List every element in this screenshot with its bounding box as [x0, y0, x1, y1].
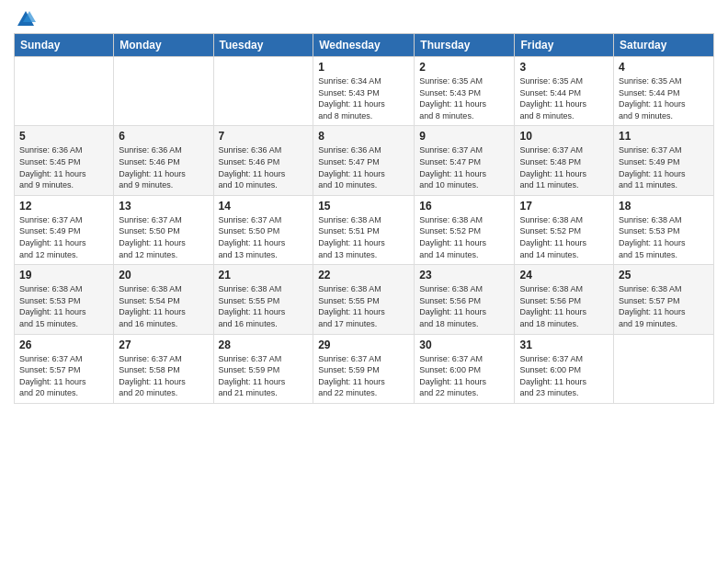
day-number: 22 [318, 269, 409, 282]
calendar-day-cell: 19Sunrise: 6:38 AMSunset: 5:53 PMDayligh… [15, 265, 114, 334]
day-info: Sunrise: 6:35 AMSunset: 5:44 PMDaylight:… [519, 75, 609, 121]
day-info: Sunrise: 6:38 AMSunset: 5:55 PMDaylight:… [318, 283, 409, 329]
day-info: Sunrise: 6:37 AMSunset: 6:00 PMDaylight:… [519, 353, 609, 399]
day-number: 11 [619, 130, 709, 143]
weekday-header: Friday [515, 34, 614, 57]
day-info: Sunrise: 6:37 AMSunset: 5:50 PMDaylight:… [119, 214, 208, 260]
day-number: 7 [219, 130, 309, 143]
calendar-day-cell: 14Sunrise: 6:37 AMSunset: 5:50 PMDayligh… [213, 195, 313, 264]
day-info: Sunrise: 6:38 AMSunset: 5:56 PMDaylight:… [519, 283, 609, 329]
day-info: Sunrise: 6:36 AMSunset: 5:46 PMDaylight:… [119, 144, 208, 190]
weekday-header: Wednesday [313, 34, 415, 57]
day-number: 10 [519, 130, 609, 143]
day-number: 29 [318, 339, 409, 351]
day-number: 31 [519, 339, 609, 351]
calendar-week-row: 5Sunrise: 6:36 AMSunset: 5:45 PMDaylight… [15, 126, 714, 195]
weekday-header: Saturday [614, 34, 714, 57]
day-info: Sunrise: 6:38 AMSunset: 5:53 PMDaylight:… [619, 214, 709, 260]
calendar-day-cell: 24Sunrise: 6:38 AMSunset: 5:56 PMDayligh… [515, 265, 614, 334]
day-number: 27 [119, 339, 208, 351]
logo-icon [16, 9, 36, 29]
day-info: Sunrise: 6:38 AMSunset: 5:55 PMDaylight:… [219, 283, 309, 329]
calendar-day-cell: 21Sunrise: 6:38 AMSunset: 5:55 PMDayligh… [213, 265, 313, 334]
calendar-week-row: 1Sunrise: 6:34 AMSunset: 5:43 PMDaylight… [15, 57, 714, 126]
calendar-week-row: 26Sunrise: 6:37 AMSunset: 5:57 PMDayligh… [15, 334, 714, 403]
calendar-day-cell: 16Sunrise: 6:38 AMSunset: 5:52 PMDayligh… [415, 195, 515, 264]
day-info: Sunrise: 6:36 AMSunset: 5:45 PMDaylight:… [19, 144, 108, 190]
calendar-day-cell [15, 57, 114, 126]
day-info: Sunrise: 6:37 AMSunset: 5:57 PMDaylight:… [19, 353, 108, 399]
day-info: Sunrise: 6:38 AMSunset: 5:56 PMDaylight:… [419, 283, 509, 329]
day-info: Sunrise: 6:37 AMSunset: 5:49 PMDaylight:… [619, 144, 709, 190]
calendar-day-cell: 22Sunrise: 6:38 AMSunset: 5:55 PMDayligh… [313, 265, 415, 334]
calendar-day-cell: 27Sunrise: 6:37 AMSunset: 5:58 PMDayligh… [114, 334, 213, 403]
day-info: Sunrise: 6:35 AMSunset: 5:43 PMDaylight:… [419, 75, 509, 121]
day-info: Sunrise: 6:38 AMSunset: 5:52 PMDaylight:… [519, 214, 609, 260]
day-number: 3 [519, 61, 609, 74]
day-number: 1 [318, 61, 409, 74]
calendar-day-cell: 25Sunrise: 6:38 AMSunset: 5:57 PMDayligh… [614, 265, 714, 334]
day-info: Sunrise: 6:35 AMSunset: 5:44 PMDaylight:… [619, 75, 709, 121]
day-info: Sunrise: 6:37 AMSunset: 5:49 PMDaylight:… [19, 214, 108, 260]
calendar-day-cell [213, 57, 313, 126]
calendar-day-cell: 1Sunrise: 6:34 AMSunset: 5:43 PMDaylight… [313, 57, 415, 126]
calendar-day-cell [114, 57, 213, 126]
day-number: 15 [318, 200, 409, 213]
day-number: 13 [119, 200, 208, 213]
calendar-day-cell: 5Sunrise: 6:36 AMSunset: 5:45 PMDaylight… [15, 126, 114, 195]
day-number: 4 [619, 61, 709, 74]
calendar-day-cell: 28Sunrise: 6:37 AMSunset: 5:59 PMDayligh… [213, 334, 313, 403]
day-number: 2 [419, 61, 509, 74]
logo [14, 9, 36, 26]
day-info: Sunrise: 6:36 AMSunset: 5:47 PMDaylight:… [318, 144, 409, 190]
calendar-day-cell: 4Sunrise: 6:35 AMSunset: 5:44 PMDaylight… [614, 57, 714, 126]
calendar-day-cell: 2Sunrise: 6:35 AMSunset: 5:43 PMDaylight… [415, 57, 515, 126]
day-number: 18 [619, 200, 709, 213]
day-number: 26 [19, 339, 108, 351]
day-number: 17 [519, 200, 609, 213]
day-info: Sunrise: 6:37 AMSunset: 5:59 PMDaylight:… [318, 353, 409, 399]
day-info: Sunrise: 6:34 AMSunset: 5:43 PMDaylight:… [318, 75, 409, 121]
day-number: 24 [519, 269, 609, 282]
page-header [14, 9, 714, 26]
day-number: 9 [419, 130, 509, 143]
day-info: Sunrise: 6:37 AMSunset: 5:50 PMDaylight:… [219, 214, 309, 260]
calendar-day-cell: 26Sunrise: 6:37 AMSunset: 5:57 PMDayligh… [15, 334, 114, 403]
day-number: 5 [19, 130, 108, 143]
day-info: Sunrise: 6:38 AMSunset: 5:57 PMDaylight:… [619, 283, 709, 329]
calendar-day-cell: 29Sunrise: 6:37 AMSunset: 5:59 PMDayligh… [313, 334, 415, 403]
day-info: Sunrise: 6:38 AMSunset: 5:53 PMDaylight:… [19, 283, 108, 329]
day-number: 20 [119, 269, 208, 282]
calendar-day-cell: 30Sunrise: 6:37 AMSunset: 6:00 PMDayligh… [415, 334, 515, 403]
day-info: Sunrise: 6:37 AMSunset: 5:59 PMDaylight:… [219, 353, 309, 399]
day-info: Sunrise: 6:36 AMSunset: 5:46 PMDaylight:… [219, 144, 309, 190]
calendar-day-cell: 15Sunrise: 6:38 AMSunset: 5:51 PMDayligh… [313, 195, 415, 264]
calendar-day-cell: 6Sunrise: 6:36 AMSunset: 5:46 PMDaylight… [114, 126, 213, 195]
day-number: 30 [419, 339, 509, 351]
day-number: 6 [119, 130, 208, 143]
day-number: 28 [219, 339, 309, 351]
day-info: Sunrise: 6:38 AMSunset: 5:52 PMDaylight:… [419, 214, 509, 260]
calendar-day-cell: 31Sunrise: 6:37 AMSunset: 6:00 PMDayligh… [515, 334, 614, 403]
calendar-day-cell [614, 334, 714, 403]
calendar-day-cell: 23Sunrise: 6:38 AMSunset: 5:56 PMDayligh… [415, 265, 515, 334]
day-number: 25 [619, 269, 709, 282]
calendar-header-row: SundayMondayTuesdayWednesdayThursdayFrid… [15, 34, 714, 57]
calendar-week-row: 19Sunrise: 6:38 AMSunset: 5:53 PMDayligh… [15, 265, 714, 334]
calendar-day-cell: 3Sunrise: 6:35 AMSunset: 5:44 PMDaylight… [515, 57, 614, 126]
day-number: 14 [219, 200, 309, 213]
calendar-day-cell: 13Sunrise: 6:37 AMSunset: 5:50 PMDayligh… [114, 195, 213, 264]
day-info: Sunrise: 6:38 AMSunset: 5:54 PMDaylight:… [119, 283, 208, 329]
day-number: 12 [19, 200, 108, 213]
day-info: Sunrise: 6:38 AMSunset: 5:51 PMDaylight:… [318, 214, 409, 260]
day-info: Sunrise: 6:37 AMSunset: 5:58 PMDaylight:… [119, 353, 208, 399]
day-number: 23 [419, 269, 509, 282]
day-number: 19 [19, 269, 108, 282]
calendar-week-row: 12Sunrise: 6:37 AMSunset: 5:49 PMDayligh… [15, 195, 714, 264]
day-number: 16 [419, 200, 509, 213]
day-info: Sunrise: 6:37 AMSunset: 5:48 PMDaylight:… [519, 144, 609, 190]
weekday-header: Monday [114, 34, 213, 57]
calendar-table: SundayMondayTuesdayWednesdayThursdayFrid… [14, 33, 714, 404]
weekday-header: Thursday [415, 34, 515, 57]
day-info: Sunrise: 6:37 AMSunset: 6:00 PMDaylight:… [419, 353, 509, 399]
